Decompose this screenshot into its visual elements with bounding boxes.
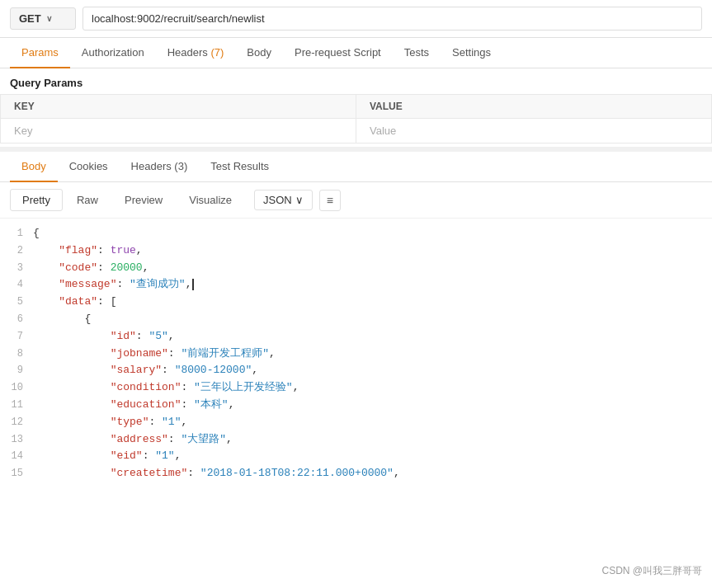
view-pretty-button[interactable]: Pretty bbox=[10, 189, 63, 211]
json-line-12: 12 "type": "1", bbox=[0, 414, 712, 431]
json-line-10: 10 "condition": "三年以上开发经验", bbox=[0, 379, 712, 397]
tab-authorization[interactable]: Authorization bbox=[70, 38, 156, 68]
method-selector[interactable]: GET ∨ bbox=[10, 7, 76, 30]
key-column-header: KEY bbox=[1, 95, 356, 119]
tab-pre-request-script[interactable]: Pre-request Script bbox=[283, 38, 393, 68]
tab-cookies[interactable]: Cookies bbox=[58, 152, 120, 182]
json-line-2: 2 "flag": true, bbox=[0, 242, 712, 260]
key-cell[interactable]: Key bbox=[1, 119, 356, 143]
table-row: Key Value bbox=[1, 119, 712, 143]
value-column-header: VALUE bbox=[356, 95, 712, 119]
tab-response-body[interactable]: Body bbox=[10, 152, 58, 182]
json-line-13: 13 "address": "大望路", bbox=[0, 431, 712, 449]
format-label: JSON bbox=[263, 194, 292, 206]
tab-tests[interactable]: Tests bbox=[393, 38, 441, 68]
query-params-title: Query Params bbox=[0, 68, 712, 94]
json-line-14: 14 "eid": "1", bbox=[0, 448, 712, 465]
tab-test-results[interactable]: Test Results bbox=[199, 152, 281, 182]
tab-response-headers[interactable]: Headers (3) bbox=[120, 152, 200, 182]
json-line-1: 1 { bbox=[0, 225, 712, 242]
json-line-4: 4 "message": "查询成功", bbox=[0, 276, 712, 294]
json-line-8: 8 "jobname": "前端开发工程师", bbox=[0, 346, 712, 363]
json-line-6: 6 { bbox=[0, 311, 712, 328]
json-viewer: 1 { 2 "flag": true, 3 "code": 20000, 4 "… bbox=[0, 219, 712, 489]
format-chevron-icon: ∨ bbox=[295, 194, 304, 206]
json-line-7: 7 "id": "5", bbox=[0, 328, 712, 346]
view-visualize-button[interactable]: Visualize bbox=[177, 189, 244, 211]
value-cell[interactable]: Value bbox=[356, 119, 712, 143]
json-line-15: 15 "createtime": "2018-01-18T08:22:11.00… bbox=[0, 465, 712, 482]
view-preview-button[interactable]: Preview bbox=[112, 189, 175, 211]
view-raw-button[interactable]: Raw bbox=[64, 189, 111, 211]
method-label: GET bbox=[19, 12, 41, 25]
params-table: KEY VALUE Key Value bbox=[0, 94, 712, 143]
json-line-3: 3 "code": 20000, bbox=[0, 260, 712, 277]
json-line-11: 11 "education": "本科", bbox=[0, 397, 712, 414]
body-view-bar: Pretty Raw Preview Visualize JSON ∨ ≡ bbox=[0, 182, 712, 219]
url-bar: GET ∨ bbox=[0, 0, 712, 38]
tab-settings[interactable]: Settings bbox=[441, 38, 502, 68]
json-line-9: 9 "salary": "8000-12000", bbox=[0, 362, 712, 379]
query-params-section: Query Params KEY VALUE Key Value bbox=[0, 68, 712, 143]
url-input[interactable] bbox=[83, 7, 702, 31]
response-tabs: Body Cookies Headers (3) Test Results bbox=[0, 152, 712, 182]
response-section: Body Cookies Headers (3) Test Results Pr… bbox=[0, 147, 712, 489]
wrap-button[interactable]: ≡ bbox=[319, 190, 341, 211]
tab-params[interactable]: Params bbox=[10, 38, 70, 68]
json-line-5: 5 "data": [ bbox=[0, 294, 712, 311]
chevron-down-icon: ∨ bbox=[46, 14, 52, 23]
format-selector[interactable]: JSON ∨ bbox=[254, 190, 313, 210]
tab-headers[interactable]: Headers (7) bbox=[156, 38, 236, 68]
tab-body[interactable]: Body bbox=[235, 38, 283, 68]
request-tabs: Params Authorization Headers (7) Body Pr… bbox=[0, 38, 712, 68]
